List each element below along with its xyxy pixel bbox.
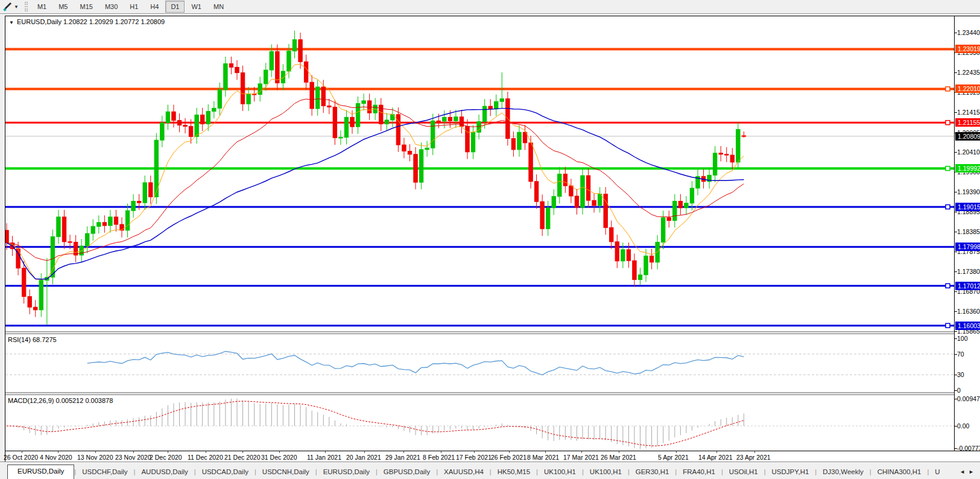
hline-handle[interactable] xyxy=(946,284,950,288)
timeframe-button-m1[interactable]: M1 xyxy=(32,1,52,13)
chart-tab-u[interactable]: U xyxy=(929,466,946,479)
date-tickmark xyxy=(474,451,475,453)
rsi-tick: 70 xyxy=(957,351,964,358)
date-label: 20 Jan 2021 xyxy=(346,454,381,461)
rsi-pane[interactable] xyxy=(5,334,954,392)
price-tick: 1.20410 xyxy=(957,148,980,156)
date-label: 14 Apr 2021 xyxy=(698,454,733,461)
toolbar-grip[interactable] xyxy=(25,2,28,11)
chart-tab-eurusd-daily[interactable]: EURUSD,Daily xyxy=(7,465,74,479)
chart-tab-bar: EURUSD,Daily|USDCHF,Daily|AUDUSD,Daily|U… xyxy=(0,462,980,479)
scroll-right-icon[interactable]: ► xyxy=(969,469,978,475)
price-badge-1.17012: 1.17012 xyxy=(955,282,980,290)
date-label: 11 Dec 2020 xyxy=(188,454,223,461)
time-axis[interactable]: 26 Oct 20204 Nov 202013 Nov 202023 Nov 2… xyxy=(5,451,980,462)
date-label: 17 Mar 2021 xyxy=(563,454,599,461)
hline-handle[interactable] xyxy=(946,87,950,91)
symbol-caret-icon[interactable]: ▼ xyxy=(9,20,14,25)
price-axis[interactable]: 1.234401.229301.224351.219251.214151.209… xyxy=(954,16,980,451)
chart-tab-eurusd-daily[interactable]: EURUSD,Daily xyxy=(317,466,376,479)
date-label: 8 Mar 2021 xyxy=(527,454,559,461)
date-label: 23 Apr 2021 xyxy=(736,454,771,461)
date-tickmark xyxy=(364,451,365,453)
price-badge-1.19992: 1.19992 xyxy=(955,164,980,173)
price-badge-1.16003: 1.16003 xyxy=(955,322,980,330)
chart-tab-dj30-weekly[interactable]: DJ30,Weekly xyxy=(817,466,870,479)
date-label: 17 Feb 2021 xyxy=(456,454,492,461)
chart-tab-audusd-daily[interactable]: AUDUSD,Daily xyxy=(135,466,194,479)
chart-tab-fra40-h1[interactable]: FRA40,H1 xyxy=(677,466,721,479)
hline-handle[interactable] xyxy=(946,205,950,209)
chart-tab-gbpusd-daily[interactable]: GBPUSD,Daily xyxy=(378,466,436,479)
timeframe-button-m30[interactable]: M30 xyxy=(100,1,123,13)
date-tickmark xyxy=(206,451,206,453)
price-tick: 1.16360 xyxy=(957,308,980,315)
macd-tick: 0.009478 xyxy=(957,395,980,402)
macd-pane[interactable] xyxy=(5,395,954,451)
date-tickmark xyxy=(279,451,280,453)
chart-tab-ger30-h1[interactable]: GER30,H1 xyxy=(630,466,675,479)
hline-handle[interactable] xyxy=(946,323,950,328)
chart-title-text: EURUSD,Daily 1.20822 1.20929 1.20772 1.2… xyxy=(17,18,165,25)
timeframe-button-mn[interactable]: MN xyxy=(208,1,229,13)
timeframe-toolbar: ▼ M1M5M15M30H1H4D1W1MN xyxy=(0,0,980,14)
price-chart-pane[interactable] xyxy=(5,16,954,331)
date-tickmark xyxy=(441,451,441,453)
chart-tab-xauusd-h4[interactable]: XAUUSD,H4 xyxy=(438,466,490,479)
date-label: 8 Feb 2021 xyxy=(423,454,455,461)
date-label: 26 Mar 2021 xyxy=(601,454,636,461)
price-badge-1.22010: 1.22010 xyxy=(955,84,980,93)
chart-tab-usdjpy-h1[interactable]: USDJPY,H1 xyxy=(766,466,815,479)
date-tickmark xyxy=(581,451,582,453)
date-tickmark xyxy=(619,451,619,453)
date-label: 11 Jan 2021 xyxy=(307,454,341,461)
macd-histogram xyxy=(7,399,744,449)
timeframe-button-h1[interactable]: H1 xyxy=(124,1,144,13)
ma-slow xyxy=(7,109,744,279)
price-tick: 1.22435 xyxy=(957,69,980,76)
candlesticks xyxy=(5,31,746,325)
date-tickmark xyxy=(95,451,96,453)
chart-tab-usdcad-daily[interactable]: USDCAD,Daily xyxy=(196,466,254,479)
scroll-left-icon[interactable]: ◄ xyxy=(959,469,969,475)
date-tickmark xyxy=(754,451,755,453)
chart-tab-uk100-h1[interactable]: UK100,H1 xyxy=(538,466,582,479)
price-badge-1.19015: 1.19015 xyxy=(955,203,980,211)
date-tickmark xyxy=(58,451,58,453)
chevron-down-icon[interactable]: ▼ xyxy=(14,4,19,10)
date-label: 5 Apr 2021 xyxy=(658,454,689,461)
chart-tab-china300-h1[interactable]: CHINA300,H1 xyxy=(871,466,928,479)
timeframe-button-m15[interactable]: M15 xyxy=(74,1,98,13)
date-tickmark xyxy=(325,451,326,453)
timeframe-button-h4[interactable]: H4 xyxy=(145,1,164,13)
hline-handle[interactable] xyxy=(946,121,950,125)
chart-tab-usoil-h1[interactable]: USOil,H1 xyxy=(723,466,764,479)
date-label: 4 Nov 2020 xyxy=(40,454,72,461)
hline-handle[interactable] xyxy=(946,167,950,171)
trading-terminal: ▼ M1M5M15M30H1H4D1W1MN ▼EURUSD,Daily 1.2… xyxy=(0,0,980,479)
timeframe-button-w1[interactable]: W1 xyxy=(186,1,207,13)
timeframe-button-m5[interactable]: M5 xyxy=(53,1,73,13)
drawing-tool-icon[interactable] xyxy=(2,2,13,11)
rsi-tick: 100 xyxy=(957,335,968,342)
date-label: 21 Dec 2020 xyxy=(224,454,261,461)
chart-tab-uk100-h1[interactable]: UK100,H1 xyxy=(584,466,628,479)
chart-tab-usdchf-daily[interactable]: USDCHF,Daily xyxy=(76,466,133,479)
date-tickmark xyxy=(716,451,717,453)
date-tickmark xyxy=(168,451,168,453)
timeframe-button-d1[interactable]: D1 xyxy=(165,1,185,13)
rsi-tick: 0 xyxy=(957,387,961,394)
timeframe-buttons: M1M5M15M30H1H4D1W1MN xyxy=(31,1,230,13)
macd-indicator-label: MACD(12,26,9) 0.005212 0.003878 xyxy=(8,397,113,404)
price-tick: 1.23440 xyxy=(957,29,980,36)
macd-tick: 0.00 xyxy=(957,422,969,430)
rsi-indicator-label: RSI(14) 68.7275 xyxy=(8,336,57,343)
price-badge-1.17998: 1.17998 xyxy=(955,243,980,251)
chart-tab-usdcnh-daily[interactable]: USDCNH,Daily xyxy=(256,466,315,479)
date-tickmark xyxy=(403,451,404,453)
current-price-badge: 1.20809 xyxy=(955,132,980,141)
chart-tab-hk50-m15[interactable]: HK50,M15 xyxy=(492,466,536,479)
date-label: 26 Feb 2021 xyxy=(491,454,526,461)
chart-title: ▼EURUSD,Daily 1.20822 1.20929 1.20772 1.… xyxy=(9,18,165,25)
price-badge-1.23019: 1.23019 xyxy=(955,45,980,53)
